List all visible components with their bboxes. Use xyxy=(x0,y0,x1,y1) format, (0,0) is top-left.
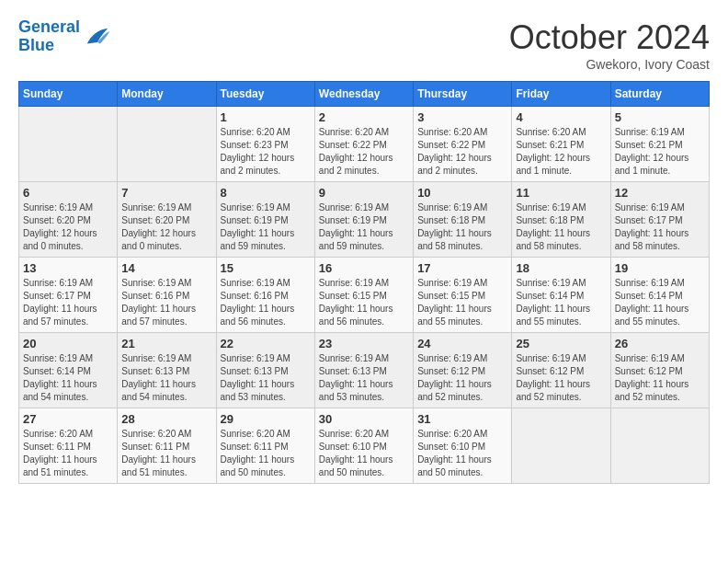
day-number: 1 xyxy=(221,110,311,124)
calendar-cell: 12Sunrise: 6:19 AM Sunset: 6:17 PM Dayli… xyxy=(610,182,709,258)
calendar-cell: 4Sunrise: 6:20 AM Sunset: 6:21 PM Daylig… xyxy=(512,107,610,182)
day-info: Sunrise: 6:19 AM Sunset: 6:14 PM Dayligh… xyxy=(23,352,113,404)
day-info: Sunrise: 6:20 AM Sunset: 6:11 PM Dayligh… xyxy=(121,428,211,479)
day-number: 9 xyxy=(319,186,409,200)
calendar-cell: 13Sunrise: 6:19 AM Sunset: 6:17 PM Dayli… xyxy=(19,258,118,333)
calendar-body: 1Sunrise: 6:20 AM Sunset: 6:23 PM Daylig… xyxy=(19,107,710,484)
day-info: Sunrise: 6:19 AM Sunset: 6:18 PM Dayligh… xyxy=(417,201,507,253)
page-header: General Blue October 2024 Gwekoro, Ivory… xyxy=(18,18,710,72)
day-number: 22 xyxy=(221,337,311,350)
day-number: 17 xyxy=(417,261,507,275)
day-info: Sunrise: 6:19 AM Sunset: 6:17 PM Dayligh… xyxy=(23,277,113,328)
logo: General Blue xyxy=(18,18,111,55)
day-info: Sunrise: 6:19 AM Sunset: 6:13 PM Dayligh… xyxy=(319,352,409,404)
logo-bird-icon xyxy=(84,23,111,51)
day-info: Sunrise: 6:19 AM Sunset: 6:12 PM Dayligh… xyxy=(615,352,705,404)
day-info: Sunrise: 6:19 AM Sunset: 6:20 PM Dayligh… xyxy=(23,201,113,253)
day-number: 25 xyxy=(516,337,606,350)
day-info: Sunrise: 6:19 AM Sunset: 6:21 PM Dayligh… xyxy=(615,126,705,178)
calendar-cell xyxy=(610,408,709,484)
calendar-table: SundayMondayTuesdayWednesdayThursdayFrid… xyxy=(18,81,710,484)
calendar-cell: 26Sunrise: 6:19 AM Sunset: 6:12 PM Dayli… xyxy=(610,333,709,408)
day-info: Sunrise: 6:20 AM Sunset: 6:11 PM Dayligh… xyxy=(221,428,311,479)
day-info: Sunrise: 6:19 AM Sunset: 6:15 PM Dayligh… xyxy=(319,277,409,328)
calendar-cell: 14Sunrise: 6:19 AM Sunset: 6:16 PM Dayli… xyxy=(118,258,216,333)
day-number: 26 xyxy=(615,337,705,350)
month-title: October 2024 xyxy=(509,18,710,57)
day-number: 18 xyxy=(516,261,606,275)
day-number: 7 xyxy=(121,186,211,200)
day-number: 4 xyxy=(516,110,606,124)
calendar-week-5: 27Sunrise: 6:20 AM Sunset: 6:11 PM Dayli… xyxy=(19,408,710,484)
day-number: 6 xyxy=(23,186,113,200)
day-info: Sunrise: 6:20 AM Sunset: 6:10 PM Dayligh… xyxy=(319,428,409,479)
day-info: Sunrise: 6:19 AM Sunset: 6:13 PM Dayligh… xyxy=(221,352,311,404)
day-info: Sunrise: 6:19 AM Sunset: 6:13 PM Dayligh… xyxy=(121,352,211,404)
calendar-cell: 29Sunrise: 6:20 AM Sunset: 6:11 PM Dayli… xyxy=(216,408,314,484)
day-number: 29 xyxy=(221,412,311,426)
day-number: 31 xyxy=(417,412,507,426)
calendar-week-3: 13Sunrise: 6:19 AM Sunset: 6:17 PM Dayli… xyxy=(19,258,710,333)
weekday-header-tuesday: Tuesday xyxy=(216,82,314,107)
logo-text: General Blue xyxy=(18,18,80,55)
day-info: Sunrise: 6:19 AM Sunset: 6:17 PM Dayligh… xyxy=(615,201,705,253)
calendar-cell: 11Sunrise: 6:19 AM Sunset: 6:18 PM Dayli… xyxy=(512,182,610,258)
day-number: 28 xyxy=(121,412,211,426)
day-info: Sunrise: 6:20 AM Sunset: 6:21 PM Dayligh… xyxy=(516,126,606,178)
calendar-cell: 28Sunrise: 6:20 AM Sunset: 6:11 PM Dayli… xyxy=(118,408,216,484)
day-number: 12 xyxy=(615,186,705,200)
day-number: 11 xyxy=(516,186,606,200)
calendar-header: SundayMondayTuesdayWednesdayThursdayFrid… xyxy=(19,82,710,107)
day-info: Sunrise: 6:19 AM Sunset: 6:14 PM Dayligh… xyxy=(615,277,705,328)
calendar-cell: 3Sunrise: 6:20 AM Sunset: 6:22 PM Daylig… xyxy=(414,107,512,182)
day-number: 24 xyxy=(417,337,507,350)
day-number: 16 xyxy=(319,261,409,275)
day-info: Sunrise: 6:20 AM Sunset: 6:23 PM Dayligh… xyxy=(221,126,311,178)
day-info: Sunrise: 6:19 AM Sunset: 6:16 PM Dayligh… xyxy=(121,277,211,328)
day-number: 3 xyxy=(417,110,507,124)
calendar-cell: 17Sunrise: 6:19 AM Sunset: 6:15 PM Dayli… xyxy=(414,258,512,333)
day-number: 13 xyxy=(23,261,113,275)
calendar-cell: 20Sunrise: 6:19 AM Sunset: 6:14 PM Dayli… xyxy=(19,333,118,408)
weekday-header-sunday: Sunday xyxy=(19,82,118,107)
day-info: Sunrise: 6:19 AM Sunset: 6:14 PM Dayligh… xyxy=(516,277,606,328)
day-info: Sunrise: 6:20 AM Sunset: 6:10 PM Dayligh… xyxy=(417,428,507,479)
calendar-cell: 27Sunrise: 6:20 AM Sunset: 6:11 PM Dayli… xyxy=(19,408,118,484)
logo-general: General xyxy=(18,17,80,36)
calendar-cell: 23Sunrise: 6:19 AM Sunset: 6:13 PM Dayli… xyxy=(314,333,413,408)
calendar-cell xyxy=(118,107,216,182)
location: Gwekoro, Ivory Coast xyxy=(509,57,710,72)
day-number: 27 xyxy=(23,412,113,426)
day-number: 30 xyxy=(319,412,409,426)
calendar-cell: 5Sunrise: 6:19 AM Sunset: 6:21 PM Daylig… xyxy=(610,107,709,182)
day-info: Sunrise: 6:20 AM Sunset: 6:22 PM Dayligh… xyxy=(319,126,409,178)
calendar-cell: 16Sunrise: 6:19 AM Sunset: 6:15 PM Dayli… xyxy=(314,258,413,333)
day-number: 23 xyxy=(319,337,409,350)
day-info: Sunrise: 6:20 AM Sunset: 6:22 PM Dayligh… xyxy=(417,126,507,178)
day-info: Sunrise: 6:19 AM Sunset: 6:19 PM Dayligh… xyxy=(319,201,409,253)
day-info: Sunrise: 6:19 AM Sunset: 6:12 PM Dayligh… xyxy=(417,352,507,404)
calendar-cell: 10Sunrise: 6:19 AM Sunset: 6:18 PM Dayli… xyxy=(414,182,512,258)
calendar-cell xyxy=(19,107,118,182)
weekday-header-friday: Friday xyxy=(512,82,610,107)
calendar-cell: 7Sunrise: 6:19 AM Sunset: 6:20 PM Daylig… xyxy=(118,182,216,258)
day-number: 20 xyxy=(23,337,113,350)
calendar-cell: 2Sunrise: 6:20 AM Sunset: 6:22 PM Daylig… xyxy=(314,107,413,182)
calendar-cell xyxy=(512,408,610,484)
calendar-cell: 22Sunrise: 6:19 AM Sunset: 6:13 PM Dayli… xyxy=(216,333,314,408)
calendar-cell: 31Sunrise: 6:20 AM Sunset: 6:10 PM Dayli… xyxy=(414,408,512,484)
weekday-header-saturday: Saturday xyxy=(610,82,709,107)
logo-blue: Blue xyxy=(18,37,80,55)
calendar-cell: 19Sunrise: 6:19 AM Sunset: 6:14 PM Dayli… xyxy=(610,258,709,333)
day-number: 19 xyxy=(615,261,705,275)
day-info: Sunrise: 6:19 AM Sunset: 6:16 PM Dayligh… xyxy=(221,277,311,328)
calendar-week-2: 6Sunrise: 6:19 AM Sunset: 6:20 PM Daylig… xyxy=(19,182,710,258)
calendar-cell: 15Sunrise: 6:19 AM Sunset: 6:16 PM Dayli… xyxy=(216,258,314,333)
weekday-header-monday: Monday xyxy=(118,82,216,107)
calendar-week-4: 20Sunrise: 6:19 AM Sunset: 6:14 PM Dayli… xyxy=(19,333,710,408)
weekday-row: SundayMondayTuesdayWednesdayThursdayFrid… xyxy=(19,82,710,107)
calendar-cell: 6Sunrise: 6:19 AM Sunset: 6:20 PM Daylig… xyxy=(19,182,118,258)
calendar-cell: 9Sunrise: 6:19 AM Sunset: 6:19 PM Daylig… xyxy=(314,182,413,258)
calendar-cell: 1Sunrise: 6:20 AM Sunset: 6:23 PM Daylig… xyxy=(216,107,314,182)
day-number: 14 xyxy=(121,261,211,275)
